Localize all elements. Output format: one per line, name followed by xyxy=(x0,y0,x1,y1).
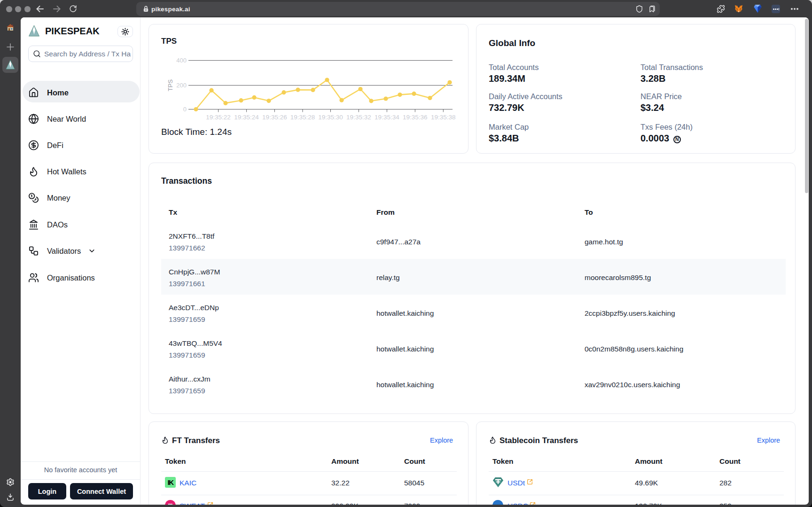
svg-text:19:35:26: 19:35:26 xyxy=(262,114,287,121)
svg-text:0: 0 xyxy=(183,106,187,113)
svg-text:19:35:28: 19:35:28 xyxy=(290,114,315,121)
svg-text:19:35:36: 19:35:36 xyxy=(403,114,428,121)
svg-text:19:35:34: 19:35:34 xyxy=(375,114,399,121)
svg-text:TPS: TPS xyxy=(167,79,174,92)
svg-text:19:35:24: 19:35:24 xyxy=(234,114,259,121)
svg-text:19:35:22: 19:35:22 xyxy=(206,114,231,121)
svg-text:200: 200 xyxy=(176,82,187,89)
svg-text:19:35:30: 19:35:30 xyxy=(318,114,343,121)
svg-text:19:35:38: 19:35:38 xyxy=(431,114,456,121)
svg-text:400: 400 xyxy=(176,57,187,64)
svg-text:19:35:32: 19:35:32 xyxy=(346,114,371,121)
